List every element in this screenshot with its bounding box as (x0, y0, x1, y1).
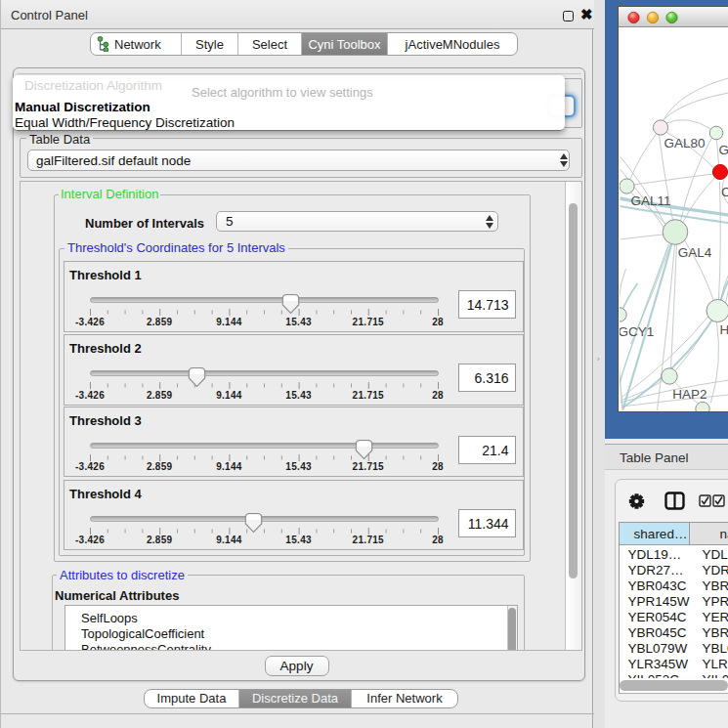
svg-text:GAL80: GAL80 (664, 136, 705, 150)
svg-text:GAL4: GAL4 (677, 245, 711, 260)
svg-text:HAP2: HAP2 (672, 387, 707, 402)
svg-text:C: C (721, 185, 728, 199)
svg-text:GAL11: GAL11 (630, 193, 670, 208)
svg-text:H: H (719, 322, 728, 337)
svg-text:GA: GA (718, 143, 728, 157)
svg-text:GCY1: GCY1 (620, 324, 654, 339)
